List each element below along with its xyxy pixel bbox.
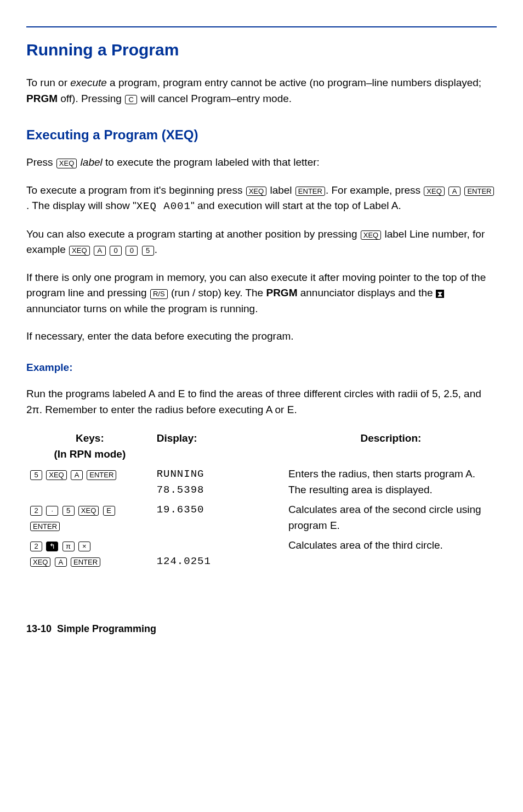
subsection-heading: Executing a Program (XEQ) — [26, 125, 497, 145]
table-row: 5 XEQ A ENTER RUNNING 78.5398 Enters the… — [26, 465, 497, 501]
text: annunciator displays and the — [297, 287, 435, 298]
dot-key-icon: · — [46, 506, 58, 516]
zero-key-icon: 0 — [126, 246, 138, 256]
text: . The display will show " — [26, 200, 137, 211]
text: " and execution will start at the top of… — [191, 200, 401, 211]
table-header-description: Description: — [285, 430, 497, 465]
zero-key-icon: 0 — [110, 246, 122, 256]
example-table: Keys: (In RPN mode) Display: Description… — [26, 430, 497, 572]
xeq-key-icon: XEQ — [361, 230, 381, 240]
text: To execute a program from it's beginning… — [26, 184, 246, 196]
xeq-key-icon: XEQ — [30, 557, 50, 567]
text: To run or — [26, 77, 70, 88]
two-key-icon: 2 — [30, 542, 42, 551]
table-header-display: Display: — [154, 430, 285, 465]
text: (In RPN mode) — [54, 448, 126, 460]
text: . For example, press — [326, 184, 423, 196]
text: RUNNING — [157, 468, 204, 480]
enter-key-icon: ENTER — [87, 470, 116, 480]
text: to execute the program labeled with that… — [103, 156, 320, 168]
a-key-icon: A — [94, 246, 106, 256]
display-cell: 124.0251 — [154, 537, 285, 572]
text: . — [155, 244, 157, 255]
five-key-icon: 5 — [62, 506, 75, 516]
keys-cell: 5 XEQ A ENTER — [26, 465, 154, 501]
xeq-key-icon: XEQ — [69, 246, 89, 256]
c-key-icon: C — [125, 95, 137, 105]
enter-key-icon: ENTER — [30, 522, 60, 532]
text: Keys: — [76, 432, 104, 444]
a-key-icon: A — [448, 187, 461, 196]
a-key-icon: A — [55, 557, 67, 567]
enter-key-icon: ENTER — [464, 187, 494, 196]
shift-key-icon: ↰ — [46, 542, 58, 551]
press-xeq-paragraph: Press XEQ label to execute the program l… — [26, 155, 497, 171]
times-key-icon: × — [78, 542, 90, 551]
display-cell: RUNNING 78.5398 — [154, 465, 285, 501]
description-cell: Enters the radius, then starts program A… — [285, 465, 497, 501]
prgm-bold: PRGM — [26, 93, 58, 104]
enter-key-icon: ENTER — [295, 187, 325, 196]
xeq-key-icon: XEQ — [56, 159, 77, 168]
text: You can also execute a program starting … — [26, 228, 360, 240]
two-key-icon: 2 — [30, 506, 42, 516]
description-cell: Calculates area of the second circle usi… — [285, 501, 497, 537]
enter-key-icon: ENTER — [71, 557, 100, 567]
text: will cancel Program–entry mode. — [138, 93, 292, 104]
prgm-bold: PRGM — [266, 287, 297, 298]
section-heading: Running a Program — [26, 26, 497, 62]
intro-paragraph: To run or execute a program, program ent… — [26, 75, 497, 106]
single-program-paragraph: If there is only one program in memory, … — [26, 270, 497, 317]
pi-key-icon: π — [62, 542, 75, 551]
five-key-icon: 5 — [142, 246, 154, 256]
table-header-keys: Keys: (In RPN mode) — [26, 430, 154, 465]
text: Press — [26, 156, 56, 168]
xeq-key-icon: XEQ — [46, 470, 66, 480]
table-row: 2 ↰ π × XEQ A ENTER 124.0251 Calculates … — [26, 537, 497, 572]
example-intro-paragraph: Run the programs labeled A and E to find… — [26, 386, 497, 418]
lcd-text: XEQ A001 — [137, 200, 191, 212]
text: 124.0251 — [157, 555, 211, 567]
xeq-key-icon: XEQ — [246, 187, 266, 196]
text: off). Pressing — [58, 93, 124, 104]
text: (run / stop) key. The — [168, 287, 266, 298]
text: label — [267, 184, 295, 196]
five-key-icon: 5 — [30, 470, 42, 480]
text: annunciator turns on while the program i… — [26, 303, 258, 314]
page-number: 13-10 — [26, 623, 52, 634]
footer-title: Simple Programming — [57, 623, 156, 634]
display-cell: 19.6350 — [154, 501, 285, 537]
busy-annunciator-icon: ⧗ — [436, 290, 444, 298]
keys-cell: 2 · 5 XEQ E ENTER — [26, 501, 154, 537]
execute-beginning-paragraph: To execute a program from it's beginning… — [26, 183, 497, 215]
enter-data-paragraph: If necessary, enter the data before exec… — [26, 329, 497, 345]
emphasis-execute: execute — [70, 77, 107, 88]
a-key-icon: A — [71, 470, 83, 480]
xeq-key-icon: XEQ — [78, 506, 99, 516]
xeq-key-icon: XEQ — [424, 187, 444, 196]
rs-key-icon: R/S — [150, 289, 168, 299]
text: 78.5398 — [157, 484, 204, 496]
keys-cell: 2 ↰ π × XEQ A ENTER — [26, 537, 154, 572]
text: a program, program entry cannot be activ… — [107, 77, 481, 88]
e-key-icon: E — [103, 506, 115, 516]
description-cell: Calculates area of the third circle. — [285, 537, 497, 572]
example-label: Example: — [26, 360, 497, 376]
execute-position-paragraph: You can also execute a program starting … — [26, 227, 497, 258]
label-italic: label — [77, 156, 102, 168]
table-row: 2 · 5 XEQ E ENTER 19.6350 Calculates are… — [26, 501, 497, 537]
page-footer: 13-10 Simple Programming — [26, 622, 497, 636]
